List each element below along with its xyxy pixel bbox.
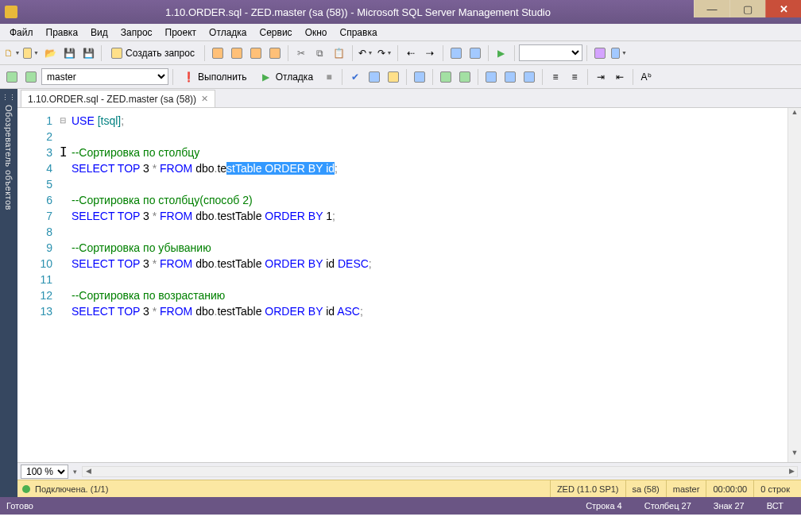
tb-icon-8[interactable]: ▼ xyxy=(610,44,628,62)
maximize-button[interactable]: ▢ xyxy=(729,0,765,17)
query-options-button[interactable] xyxy=(385,68,402,86)
new-query-button[interactable]: Создать запрос xyxy=(106,44,200,62)
code-line[interactable]: SELECT TOP 3 * FROM dbo.testTable ORDER … xyxy=(72,208,787,224)
vertical-scrollbar[interactable]: ▲ ▼ xyxy=(787,108,801,462)
code-line[interactable] xyxy=(72,129,787,145)
redo-button[interactable]: ↷▼ xyxy=(376,44,393,62)
outline-toggle[interactable] xyxy=(57,287,68,303)
sidebar-grip-icon: ⋮⋮ xyxy=(2,94,17,102)
paste-button[interactable]: 📋 xyxy=(331,44,348,62)
menu-item-0[interactable]: Файл xyxy=(3,25,40,40)
save-all-button[interactable]: 💾 xyxy=(79,44,97,62)
code-line[interactable]: USE [tsql]; xyxy=(72,113,787,129)
code-line[interactable]: SELECT TOP 3 * FROM dbo.testTable ORDER … xyxy=(72,160,787,176)
stop-button[interactable]: ■ xyxy=(320,68,338,86)
outline-toggle[interactable] xyxy=(57,240,68,256)
outline-toggle[interactable] xyxy=(57,303,68,319)
open-button[interactable]: 📂 xyxy=(41,44,59,62)
start-button[interactable]: ▶ xyxy=(493,44,510,62)
database-combo[interactable]: master xyxy=(41,68,168,85)
code-line[interactable] xyxy=(72,176,787,192)
tb-icon-1[interactable] xyxy=(209,44,226,62)
tb-icon-4[interactable] xyxy=(266,44,284,62)
uncomment-button[interactable]: ≡ xyxy=(566,68,583,86)
menu-item-6[interactable]: Сервис xyxy=(253,25,299,40)
results-grid-button[interactable] xyxy=(482,68,500,86)
scroll-up-icon[interactable]: ▲ xyxy=(788,108,801,121)
config-combo[interactable] xyxy=(519,44,582,61)
menu-item-1[interactable]: Правка xyxy=(40,25,85,40)
include-stats-button[interactable] xyxy=(456,68,474,86)
code-line[interactable]: SELECT TOP 3 * FROM dbo.testTable ORDER … xyxy=(72,256,787,272)
outline-toggle[interactable] xyxy=(57,272,68,287)
zoom-combo[interactable]: 100 % xyxy=(21,465,68,479)
close-button[interactable]: ✕ xyxy=(765,0,801,17)
horizontal-scrollbar[interactable]: ◀ ▶ xyxy=(82,466,798,477)
menu-item-3[interactable]: Запрос xyxy=(114,25,159,40)
scroll-right-icon[interactable]: ▶ xyxy=(786,467,797,476)
menu-item-7[interactable]: Окно xyxy=(299,25,334,40)
outline-toggle[interactable] xyxy=(57,129,68,145)
code-editor[interactable]: 12345678910111213 ⊟ USE [tsql]; --Сортир… xyxy=(17,108,801,462)
outline-toggle[interactable] xyxy=(57,192,68,208)
tb-icon-2[interactable] xyxy=(228,44,246,62)
menu-item-5[interactable]: Отладка xyxy=(203,25,253,40)
code-line[interactable]: SELECT TOP 3 * FROM dbo.testTable ORDER … xyxy=(72,303,787,319)
minimize-button[interactable]: — xyxy=(694,0,729,17)
scroll-down-icon[interactable]: ▼ xyxy=(788,449,801,462)
nav-fwd-button[interactable]: ⇢ xyxy=(421,44,439,62)
execute-button[interactable]: ❗Выполнить xyxy=(177,68,253,86)
tab-close-icon[interactable]: ✕ xyxy=(201,94,208,104)
include-plan-button[interactable] xyxy=(437,68,455,86)
menu-item-2[interactable]: Вид xyxy=(84,25,114,40)
outdent-button[interactable]: ⇤ xyxy=(611,68,629,86)
toolbar-main: 🗋▼ ▼ 📂 💾 💾 Создать запрос ✂ ⧉ 📋 ↶▼ ↷▼ ⇠ … xyxy=(0,41,801,65)
line-number: 13 xyxy=(17,303,52,319)
tb-icon-7[interactable] xyxy=(591,44,609,62)
new-project-button[interactable]: 🗋▼ xyxy=(3,44,21,62)
code-line[interactable]: --Сортировка по столбцу(способ 2) xyxy=(72,192,787,208)
comment-button[interactable]: ≡ xyxy=(547,68,564,86)
code-line[interactable] xyxy=(72,272,787,287)
outline-toggle[interactable] xyxy=(57,224,68,240)
line-number: 2 xyxy=(17,129,52,145)
copy-button[interactable]: ⧉ xyxy=(312,44,329,62)
app-icon xyxy=(5,6,17,18)
title-bar: 1.10.ORDER.sql - ZED.master (sa (58)) - … xyxy=(0,0,801,24)
scroll-left-icon[interactable]: ◀ xyxy=(83,467,94,476)
intellisense-button[interactable] xyxy=(411,68,428,86)
outline-toggle[interactable] xyxy=(57,256,68,272)
connection-button[interactable] xyxy=(22,68,40,86)
code-line[interactable] xyxy=(72,224,787,240)
outline-toggle[interactable] xyxy=(57,160,68,176)
window-buttons: — ▢ ✕ xyxy=(694,0,801,24)
outline-gutter[interactable]: ⊟ xyxy=(57,108,68,462)
undo-button[interactable]: ↶▼ xyxy=(357,44,374,62)
object-explorer-sidebar[interactable]: ⋮⋮ Обозреватель объектов xyxy=(0,89,17,497)
debug-button[interactable]: ▶Отладка xyxy=(254,68,319,86)
cut-button[interactable]: ✂ xyxy=(292,44,310,62)
menu-item-4[interactable]: Проект xyxy=(159,25,203,40)
results-text-button[interactable] xyxy=(501,68,519,86)
save-button[interactable]: 💾 xyxy=(60,44,78,62)
results-file-button[interactable] xyxy=(520,68,538,86)
tb-icon-3[interactable] xyxy=(247,44,265,62)
parse-button[interactable]: ✔ xyxy=(346,68,364,86)
outline-toggle[interactable]: ⊟ xyxy=(57,113,68,129)
add-item-button[interactable]: ▼ xyxy=(22,44,40,62)
specify-values-button[interactable]: Aᵇ xyxy=(637,68,655,86)
indent-button[interactable]: ⇥ xyxy=(592,68,609,86)
tb-icon-6[interactable] xyxy=(466,44,484,62)
estimated-plan-button[interactable] xyxy=(366,68,383,86)
tb-icon-5[interactable] xyxy=(447,44,465,62)
code-line[interactable]: --Сортировка по столбцу xyxy=(72,145,787,160)
code-line[interactable]: --Сортировка по возрастанию xyxy=(72,287,787,303)
code-line[interactable]: --Сортировка по убыванию xyxy=(72,240,787,256)
outline-toggle[interactable] xyxy=(57,176,68,192)
outline-toggle[interactable] xyxy=(57,208,68,224)
change-connection-button[interactable] xyxy=(3,68,21,86)
document-tab[interactable]: 1.10.ORDER.sql - ZED.master (sa (58)) ✕ xyxy=(21,90,215,107)
code-area[interactable]: USE [tsql]; --Сортировка по столбцуSELEC… xyxy=(68,108,787,462)
menu-item-8[interactable]: Справка xyxy=(334,25,384,40)
nav-back-button[interactable]: ⇠ xyxy=(402,44,420,62)
